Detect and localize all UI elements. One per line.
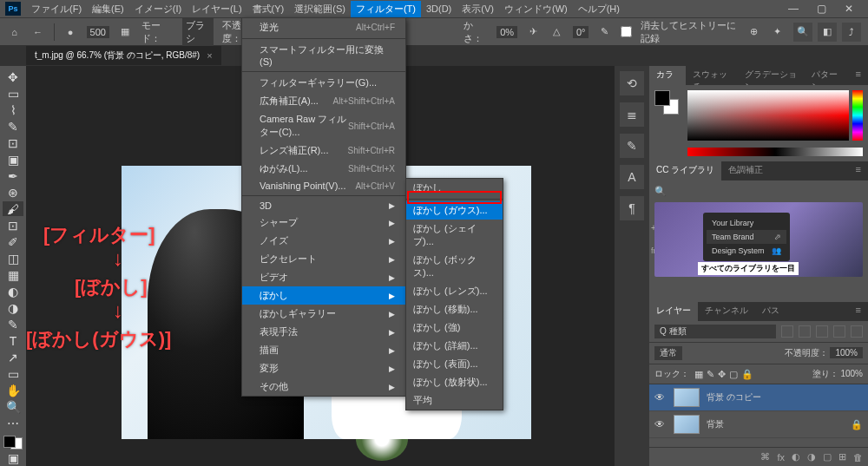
quickmask-tool[interactable]: ▣ — [3, 451, 23, 466]
blur-submenu-item[interactable]: 平均 — [406, 391, 503, 410]
link-layers-icon[interactable]: ⌘ — [760, 451, 770, 463]
tab-gradients[interactable]: グラデーション — [738, 66, 805, 85]
layer-name[interactable]: 背景 — [707, 418, 724, 430]
pressure-icon[interactable]: ✎ — [597, 23, 612, 41]
adjustment-layer-icon[interactable]: ◑ — [807, 451, 816, 463]
filter-pixel-icon[interactable] — [781, 325, 793, 338]
blur-submenu-item[interactable]: ぼかし (レンズ)... — [406, 282, 503, 300]
layer-thumbnail[interactable] — [674, 388, 700, 407]
pen-tool[interactable]: ✎ — [3, 317, 23, 331]
tab-channels[interactable]: チャンネル — [698, 302, 755, 321]
lock-icon[interactable]: 🔒 — [741, 369, 753, 380]
filter-menu-item[interactable]: 広角補正(A)...Alt+Shift+Ctrl+A — [242, 92, 405, 110]
layer-row[interactable]: 👁 背景 🔒 — [649, 411, 868, 438]
lock-pixels-icon[interactable]: ✎ — [707, 369, 714, 380]
stamp-tool[interactable]: ⊡ — [3, 218, 23, 233]
blur-submenu-item[interactable]: ぼかし (表面)... — [406, 355, 503, 373]
crop-tool[interactable]: ⊡ — [3, 135, 23, 150]
tab-adjustments[interactable]: 色調補正 — [721, 161, 770, 180]
filter-menu-item[interactable]: スマートフィルター用に変換(S) — [242, 41, 405, 69]
blur-submenu-item[interactable]: ぼかし (放射状)... — [406, 373, 503, 391]
library-dropdown[interactable]: Your Library Team Brand⬀ Design System👥 — [703, 213, 790, 261]
type-tool[interactable]: T — [3, 333, 23, 348]
tab-color[interactable]: カラー — [649, 66, 686, 85]
properties-panel-icon[interactable]: ≣ — [620, 102, 644, 127]
filter-menu-item[interactable]: その他▶ — [242, 377, 405, 396]
filter-menu-item[interactable]: ビデオ▶ — [242, 268, 405, 286]
close-button[interactable]: ✕ — [835, 0, 863, 17]
history-brush-tool[interactable]: ✐ — [3, 234, 23, 249]
eyedropper-tool[interactable]: ✒ — [3, 168, 23, 183]
mode-value[interactable]: ブラシ — [182, 18, 214, 46]
layer-thumbnail[interactable] — [674, 415, 700, 434]
layer-name[interactable]: 背景 のコピー — [707, 391, 761, 404]
marquee-tool[interactable]: ▭ — [3, 86, 23, 101]
brush-size[interactable]: 500 — [87, 26, 109, 38]
layer-row[interactable]: 👁 背景 のコピー — [649, 384, 868, 411]
search-icon[interactable]: 🔍 — [793, 23, 812, 42]
bw-bar[interactable] — [687, 148, 863, 156]
minimize-button[interactable]: — — [779, 0, 807, 17]
frame-tool[interactable]: ▣ — [3, 152, 23, 167]
blur-submenu-item[interactable]: ぼかし (強) — [406, 318, 503, 337]
filter-shape-icon[interactable] — [833, 325, 845, 338]
brush-tool[interactable]: 🖌 — [3, 201, 23, 216]
dodge-tool[interactable]: ◑ — [3, 300, 23, 315]
brush-preset-icon[interactable]: ● — [63, 23, 78, 41]
blur-submenu-item[interactable]: ぼかし — [406, 179, 503, 197]
filter-menu-item[interactable]: ぼかしギャラリー▶ — [242, 305, 405, 323]
menu-image[interactable]: イメージ(I) — [129, 1, 187, 17]
blur-submenu-item[interactable]: ぼかし (ガウス)... — [406, 201, 503, 220]
filter-menu-item[interactable]: 描画▶ — [242, 341, 405, 359]
back-icon[interactable]: ← — [30, 23, 45, 41]
tab-layers[interactable]: レイヤー — [649, 302, 698, 321]
filter-type-icon[interactable] — [816, 325, 828, 338]
brushes-panel-icon[interactable]: ✎ — [620, 134, 644, 158]
filter-menu-item[interactable]: ぼかし▶ — [242, 286, 405, 305]
character-panel-icon[interactable]: A — [620, 165, 644, 189]
blur-tool[interactable]: ◐ — [3, 284, 23, 299]
library-preview[interactable]: Your Library Team Brand⬀ Design System👥 … — [654, 202, 863, 277]
panel-menu-icon[interactable]: ≡ — [849, 302, 868, 321]
blur-submenu-item[interactable]: ぼかし (詳細)... — [406, 337, 503, 355]
menu-filter[interactable]: フィルター(T) — [351, 1, 421, 17]
menu-select[interactable]: 選択範囲(S) — [289, 1, 351, 17]
filter-menu-item[interactable]: ノイズ▶ — [242, 232, 405, 250]
color-swatch[interactable] — [3, 436, 23, 450]
eraser-tool[interactable]: ◫ — [3, 251, 23, 266]
layer-fx-icon[interactable]: fx — [777, 452, 785, 463]
blend-mode-select[interactable]: 通常 — [654, 346, 682, 360]
library-item[interactable]: Design System👥 — [707, 244, 786, 258]
color-swatches[interactable] — [654, 90, 679, 115]
edit-toolbar[interactable]: ⋯ — [3, 416, 23, 430]
menu-3d[interactable]: 3D(D) — [421, 2, 457, 16]
new-layer-icon[interactable]: ⊞ — [838, 451, 846, 463]
filter-menu-item[interactable]: 3D▶ — [242, 198, 405, 213]
brush-panel-icon[interactable]: ▦ — [118, 23, 133, 41]
tab-patterns[interactable]: パターン — [805, 66, 849, 85]
wand-tool[interactable]: ✎ — [3, 119, 23, 134]
visibility-icon[interactable]: 👁 — [654, 418, 667, 430]
shape-tool[interactable]: ▭ — [3, 366, 23, 381]
filter-menu-item[interactable]: レンズ補正(R)...Shift+Ctrl+R — [242, 141, 405, 160]
group-icon[interactable]: ▢ — [823, 451, 832, 463]
maximize-button[interactable]: ▢ — [807, 0, 835, 17]
menu-window[interactable]: ウィンドウ(W) — [499, 1, 573, 17]
filter-menu-item[interactable]: ゆがみ(L)...Shift+Ctrl+X — [242, 160, 405, 178]
filter-menu-item[interactable]: 表現手法▶ — [242, 323, 405, 341]
filter-menu-item[interactable]: Camera Raw フィルター(C)...Shift+Ctrl+A — [242, 110, 405, 141]
lasso-tool[interactable]: ⌇ — [3, 102, 23, 117]
filter-menu-item[interactable]: シャープ▶ — [242, 213, 405, 232]
blur-submenu-item[interactable]: ぼかし (シェイプ)... — [406, 220, 503, 251]
hue-slider[interactable] — [852, 90, 863, 141]
filter-kind[interactable]: Q 種類 — [654, 325, 776, 338]
menu-file[interactable]: ファイル(F) — [26, 1, 87, 17]
hand-tool[interactable]: ✋ — [3, 383, 23, 397]
filter-menu-item[interactable]: Vanishing Point(V)...Alt+Ctrl+V — [242, 178, 405, 194]
symmetry-icon[interactable]: ⊕ — [746, 23, 761, 41]
filter-menu-item[interactable]: ピクセレート▶ — [242, 250, 405, 268]
document-tab[interactable]: t_m.jpg @ 66.7% (背景 のコピー, RGB/8#) × — [26, 46, 221, 65]
paragraph-panel-icon[interactable]: ¶ — [620, 196, 644, 220]
panel-menu-icon[interactable]: ≡ — [849, 161, 868, 180]
lock-position-icon[interactable]: ✥ — [718, 369, 726, 380]
